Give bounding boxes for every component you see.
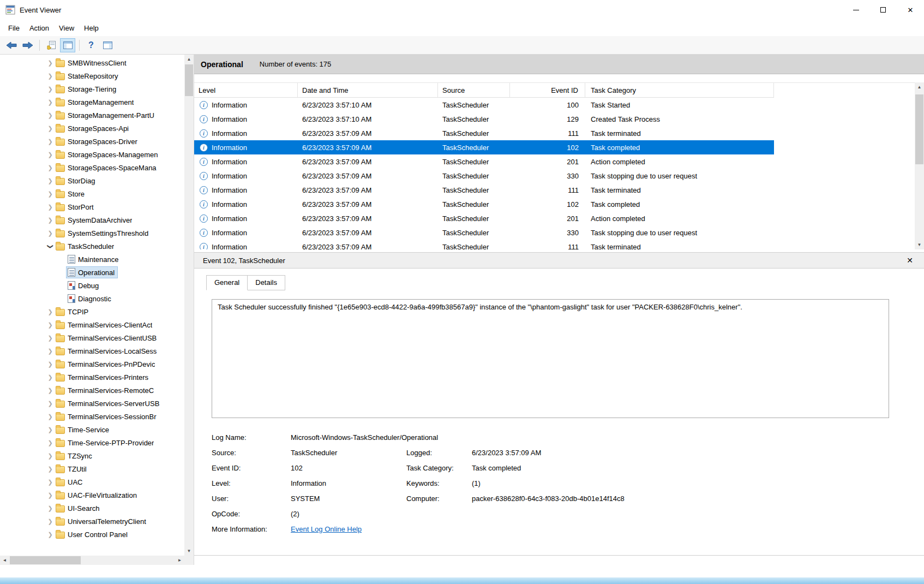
tree-item-body[interactable]: TCPIP [55, 306, 91, 317]
tree-item[interactable]: ❯ StorageSpaces-Api [0, 122, 184, 135]
event-row[interactable]: i Information 6/23/2023 3:57:09 AM TaskS… [194, 154, 774, 169]
expand-chevron-icon[interactable]: ❯ [46, 439, 55, 446]
tree-item-body[interactable]: Debug [67, 280, 101, 291]
tree-item[interactable]: Diagnostic [0, 292, 184, 305]
tree-item-body[interactable]: TerminalServices-ClientAct [55, 319, 155, 330]
tree-item[interactable]: ❯ TerminalServices-Printers [0, 371, 184, 384]
tree-item[interactable]: ❯ Store [0, 187, 184, 200]
expand-chevron-icon[interactable]: ❯ [46, 112, 55, 119]
tree-item-body[interactable]: TerminalServices-ServerUSB [55, 398, 162, 409]
expand-chevron-icon[interactable]: ❯ [46, 400, 55, 407]
expand-chevron-icon[interactable]: ❯ [46, 348, 55, 355]
event-row[interactable]: i Information 6/23/2023 3:57:09 AM TaskS… [194, 211, 774, 225]
tree-item[interactable]: ❯ UAC-FileVirtualization [0, 488, 184, 502]
tree-item[interactable]: ❯ StorageManagement-PartU [0, 109, 184, 122]
expand-chevron-icon[interactable]: ❯ [46, 492, 55, 499]
tree-item-body[interactable]: StateRepository [55, 70, 121, 81]
tree-item[interactable]: ❯ StorageManagement [0, 96, 184, 109]
tree-item[interactable]: ❯ UniversalTelemetryClient [0, 515, 184, 528]
close-button[interactable]: ✕ [897, 0, 924, 20]
event-row[interactable]: i Information 6/23/2023 3:57:09 AM TaskS… [194, 197, 774, 211]
tree-item[interactable]: ❯ StateRepository [0, 69, 184, 82]
event-row[interactable]: i Information 6/23/2023 3:57:09 AM TaskS… [194, 240, 774, 249]
expand-chevron-icon[interactable]: ❯ [46, 479, 55, 486]
minimize-button[interactable] [842, 0, 869, 20]
events-scrollbar-thumb[interactable] [915, 94, 923, 164]
tree-item-body[interactable]: StorageSpaces-Managemen [55, 149, 161, 160]
tree-item-body[interactable]: TerminalServices-ClientUSB [55, 332, 159, 343]
tree-item-body[interactable]: TZUtil [55, 463, 89, 474]
tree-item[interactable]: ❯ User Control Panel [0, 528, 184, 541]
tree-item[interactable]: ❯ TerminalServices-RemoteC [0, 384, 184, 397]
expand-chevron-icon[interactable]: ❯ [47, 242, 54, 251]
expand-chevron-icon[interactable]: ❯ [46, 387, 55, 394]
column-header-level[interactable]: Level [194, 83, 298, 97]
tab-general[interactable]: General [206, 275, 248, 290]
expand-chevron-icon[interactable]: ❯ [46, 413, 55, 420]
menu-view[interactable]: View [54, 22, 79, 34]
tree-item-body[interactable]: Store [55, 188, 87, 199]
expand-chevron-icon[interactable]: ❯ [46, 335, 55, 342]
tree-item[interactable]: Maintenance [0, 253, 184, 266]
tree-item[interactable]: ❯ StorageSpaces-Managemen [0, 148, 184, 161]
tree-item-body[interactable]: StorageSpaces-Api [55, 123, 131, 134]
column-header-source[interactable]: Source [438, 83, 510, 97]
action-pane-button[interactable] [100, 38, 115, 52]
tree-item[interactable]: ❯ StorDiag [0, 174, 184, 187]
expand-chevron-icon[interactable]: ❯ [46, 138, 55, 145]
expand-chevron-icon[interactable]: ❯ [46, 177, 55, 184]
expand-chevron-icon[interactable]: ❯ [46, 531, 55, 538]
tree-item-body[interactable]: Storage-Tiering [55, 84, 119, 94]
tree-item[interactable]: ❯ SystemDataArchiver [0, 213, 184, 227]
tree-item[interactable]: ❯ Time-Service [0, 423, 184, 436]
menu-help[interactable]: Help [79, 22, 104, 34]
expand-chevron-icon[interactable]: ❯ [46, 190, 55, 198]
tree-item[interactable]: ❯ TaskScheduler [0, 240, 184, 253]
event-row[interactable]: i Information 6/23/2023 3:57:09 AM TaskS… [194, 140, 774, 154]
tree-item[interactable]: ❯ TCPIP [0, 305, 184, 318]
scroll-right-icon[interactable]: ► [175, 556, 184, 565]
tree-item-body[interactable]: TerminalServices-LocalSess [55, 345, 159, 356]
expand-chevron-icon[interactable]: ❯ [46, 452, 55, 460]
tree-vertical-scrollbar[interactable]: ▲ ▼ [184, 55, 194, 556]
event-log-online-help-link[interactable]: Event Log Online Help [291, 525, 362, 533]
tree-scrollbar-thumb[interactable] [185, 64, 193, 96]
back-button[interactable] [4, 38, 19, 52]
tree-item[interactable]: ❯ StorPort [0, 200, 184, 213]
scroll-up-icon[interactable]: ▲ [915, 82, 924, 92]
tree-item-body[interactable]: Diagnostic [67, 293, 114, 304]
close-detail-button[interactable]: ✕ [907, 256, 913, 265]
tree-item-body[interactable]: TerminalServices-RemoteC [55, 385, 157, 396]
tree-item[interactable]: ❯ TerminalServices-LocalSess [0, 344, 184, 357]
help-button[interactable]: ? [83, 38, 99, 52]
event-row[interactable]: i Information 6/23/2023 3:57:09 AM TaskS… [194, 183, 774, 197]
column-header-task-category[interactable]: Task Category [585, 83, 774, 97]
expand-chevron-icon[interactable]: ❯ [46, 321, 55, 329]
expand-chevron-icon[interactable]: ❯ [46, 204, 55, 211]
tree-item-body[interactable]: UAC [55, 476, 85, 487]
tree-item-body[interactable]: StorageSpaces-Driver [55, 136, 140, 147]
show-console-tree-button[interactable] [60, 38, 75, 52]
tree-item-body[interactable]: StorageManagement-PartU [55, 110, 157, 121]
tree-item-body[interactable]: StorDiag [55, 175, 98, 186]
event-row[interactable]: i Information 6/23/2023 3:57:10 AM TaskS… [194, 112, 774, 126]
open-saved-log-button[interactable] [44, 38, 59, 52]
tree-item[interactable]: ❯ TerminalServices-ClientUSB [0, 331, 184, 344]
scroll-down-icon[interactable]: ▼ [184, 546, 194, 556]
tree-item[interactable]: ❯ TZUtil [0, 462, 184, 475]
tree-item-body[interactable]: UAC-FileVirtualization [55, 490, 140, 500]
tree-item[interactable]: ❯ TerminalServices-ClientAct [0, 318, 184, 331]
maximize-button[interactable] [869, 0, 897, 20]
event-row[interactable]: i Information 6/23/2023 3:57:09 AM TaskS… [194, 225, 774, 240]
tree-item-body[interactable]: StorageManagement [55, 97, 136, 108]
tree-item-body[interactable]: Operational [67, 267, 117, 278]
menu-file[interactable]: File [3, 22, 25, 34]
column-header-event-id[interactable]: Event ID [510, 83, 585, 97]
event-row[interactable]: i Information 6/23/2023 3:57:09 AM TaskS… [194, 126, 774, 140]
column-header-date-and-time[interactable]: Date and Time [298, 83, 438, 97]
events-vertical-scrollbar[interactable]: ▲ ▼ [915, 82, 924, 249]
expand-chevron-icon[interactable]: ❯ [46, 230, 55, 237]
tree-item[interactable]: ❯ SMBWitnessClient [0, 56, 184, 69]
expand-chevron-icon[interactable]: ❯ [46, 59, 55, 67]
expand-chevron-icon[interactable]: ❯ [46, 518, 55, 525]
